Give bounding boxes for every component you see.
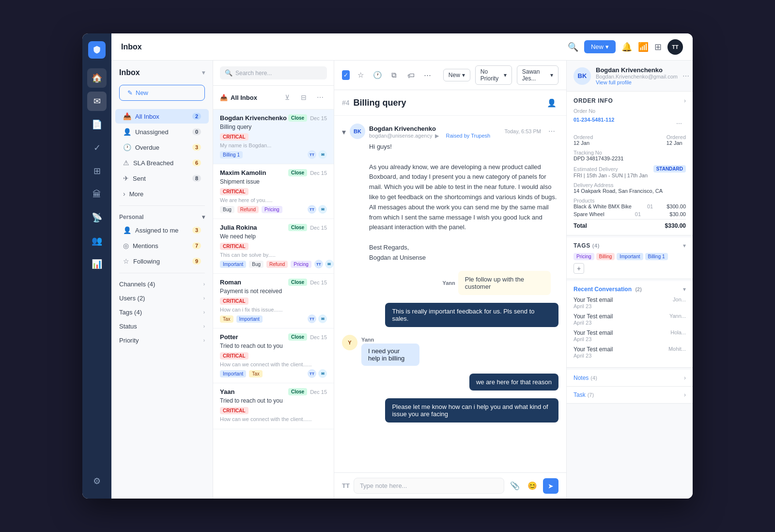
star-toolbar-icon[interactable]: ☆ (355, 68, 367, 82)
more-options-icon[interactable]: ⋯ (313, 91, 327, 104)
inbound-bubble: I need your help in billing (361, 344, 419, 366)
sidebar-users[interactable]: Users (2) › (111, 291, 213, 305)
notes-section[interactable]: Notes (4) › (567, 370, 693, 387)
copy-toolbar-icon[interactable]: ⧉ (388, 68, 400, 82)
conversation-item[interactable]: Potter Close Dec 15 Tried to reach out t… (213, 329, 334, 383)
outbound-note-row-2: we are here for that reason (342, 374, 558, 391)
sidebar-inbox-header: Inbox ▾ (111, 61, 213, 81)
chevron-right-icon: › (203, 296, 205, 301)
contact-more-icon[interactable]: ⋯ (682, 69, 689, 83)
clock-toolbar-icon[interactable]: 🕐 (372, 68, 384, 82)
notifications-icon[interactable]: 🔔 (621, 42, 632, 52)
avatar: TT (308, 205, 316, 214)
user-avatar[interactable]: TT (667, 39, 683, 55)
outbound-message-2: we are here for that reason (469, 374, 558, 391)
tags-header[interactable]: Tags (4) ▾ (574, 242, 686, 249)
priority-dropdown[interactable]: No Priority ▾ (475, 65, 512, 85)
sidebar-item-all-inbox[interactable]: 📥 All Inbox 2 (115, 109, 209, 124)
sidebar-tags[interactable]: Tags (4) › (111, 305, 213, 319)
task-section[interactable]: Task (7) › (567, 387, 693, 404)
app-logo[interactable] (88, 41, 106, 59)
send-button[interactable]: ➤ (543, 478, 558, 494)
recent-conv-header[interactable]: Recent Conversation (2) ▾ (574, 286, 686, 293)
assign-icon[interactable]: 👤 (545, 96, 558, 110)
sidebar-item-sent[interactable]: ✈ Sent 8 (115, 171, 209, 186)
contact-avatar: BK (574, 67, 591, 85)
mail-icon-small: ✉ (318, 205, 327, 214)
nav-users-icon[interactable]: 👥 (87, 231, 107, 250)
sidebar-channels[interactable]: Channels (4) › (111, 277, 213, 291)
tt-label: TT (342, 482, 350, 489)
sidebar-item-sla-breached[interactable]: ⚠ SLA Breached 6 (115, 156, 209, 170)
mentions-badge: 7 (192, 242, 201, 249)
chevron-right-icon: › (203, 324, 205, 329)
nav-inbox-icon[interactable]: ✉ (87, 92, 107, 111)
chat-input[interactable] (354, 478, 504, 494)
tag-toolbar-icon[interactable]: 🏷 (405, 68, 417, 82)
nav-wifi-icon[interactable]: 📡 (87, 208, 107, 227)
sidebar-item-assigned-to-me[interactable]: 👤 Assigned to me 3 (115, 223, 209, 237)
inbound-bubble-row: Y Yann I need your help in billing (342, 335, 558, 366)
expand-icon[interactable]: ▾ (342, 127, 346, 137)
status-dropdown[interactable]: New ▾ (443, 69, 470, 81)
assigned-badge: 3 (192, 227, 201, 234)
sidebar-item-unassigned[interactable]: 👤 Unassigned 0 (115, 125, 209, 139)
chevron-right-icon: › (684, 97, 686, 104)
recent-conv-item[interactable]: Your Test email April 23 Mohit... (574, 346, 686, 359)
conversation-item[interactable]: Yaan Close Dec 15 Tried to reach out to … (213, 383, 334, 429)
search-icon[interactable]: 🔍 (568, 42, 578, 52)
more-toolbar-icon[interactable]: ⋯ (421, 68, 434, 82)
recent-conv-item[interactable]: Your Test email April 23 Yann... (574, 313, 686, 326)
conversation-item[interactable]: Roman Close Dec 15 Payment is not receiv… (213, 274, 334, 329)
message-more-icon[interactable]: ⋯ (545, 125, 558, 138)
recent-conversations-section: Recent Conversation (2) ▾ Your Test emai… (567, 281, 693, 368)
sidebar-priority[interactable]: Priority › (111, 333, 213, 347)
sidebar-status[interactable]: Status › (111, 319, 213, 333)
sort-icon[interactable]: ⊟ (297, 91, 310, 104)
nav-settings-icon[interactable]: ⚙ (87, 471, 107, 491)
chevron-down-icon: ▾ (202, 69, 205, 76)
wifi-icon[interactable]: 📶 (638, 42, 649, 52)
nav-analytics-icon[interactable]: 📊 (87, 254, 107, 274)
mention-icon: ◎ (123, 242, 129, 250)
nav-docs-icon[interactable]: 📄 (87, 115, 107, 134)
order-info-header[interactable]: ORDER INFO › (574, 97, 686, 104)
conv-list-header: 🔍 Search here... (213, 61, 334, 86)
order-more-icon[interactable]: ⋯ (672, 117, 686, 130)
sent-icon: ✈ (123, 174, 129, 182)
view-profile-link[interactable]: View full profile (596, 79, 678, 85)
filter-icon[interactable]: ⊻ (280, 91, 294, 104)
grid-icon[interactable]: ⊞ (654, 42, 662, 52)
sidebar-item-mentions[interactable]: ◎ Mentions 7 (115, 238, 209, 253)
sidebar-item-more[interactable]: › More (115, 187, 209, 201)
sidebar-item-following[interactable]: ☆ Following 9 (115, 254, 209, 268)
chevron-down-icon: ▾ (683, 242, 686, 249)
outbound-message-3: Please let me know how can i help you an… (385, 398, 558, 422)
agent-dropdown[interactable]: Sawan Jes... ▾ (517, 65, 558, 85)
emoji-icon[interactable]: 😊 (526, 479, 539, 493)
add-tag-button[interactable]: + (574, 263, 584, 274)
nav-layers-icon[interactable]: ⊞ (87, 161, 107, 181)
nav-home-icon[interactable]: 🏠 (87, 68, 107, 88)
conversation-item[interactable]: Maxim Kamolin Close Dec 15 Shipment issu… (213, 164, 334, 219)
new-conversation-button[interactable]: ✎ New (119, 85, 205, 101)
recent-conv-item[interactable]: Your Test email April 23 Jon... (574, 297, 686, 309)
recent-conv-item[interactable]: Your Test email April 23 Hola... (574, 329, 686, 342)
message-body: Hi guys! As you already know, we are dev… (369, 142, 558, 263)
note-row: Yann Ple follow up with the customer (342, 271, 558, 295)
sidebar-divider-2 (119, 273, 205, 273)
attach-icon[interactable]: 📎 (508, 479, 522, 493)
chevron-right-icon: › (203, 338, 205, 343)
conversation-item[interactable]: Bogdan Krivenchenko Close Dec 15 Billing… (213, 110, 334, 164)
topbar-new-button[interactable]: New ▾ (584, 40, 616, 53)
mail-icon-small: ✉ (318, 369, 327, 378)
nav-bank-icon[interactable]: 🏛 (87, 185, 107, 204)
search-box[interactable]: 🔍 Search here... (220, 66, 327, 79)
all-inbox-badge: 2 (192, 113, 201, 120)
select-all-checkbox[interactable]: ✓ (342, 70, 350, 80)
conversation-item[interactable]: Julia Rokina Close Dec 15 We need help C… (213, 219, 334, 274)
avatar: TT (308, 314, 316, 323)
sidebar-item-overdue[interactable]: 🕐 Overdue 3 (115, 140, 209, 155)
warning-icon: ⚠ (123, 159, 129, 167)
nav-tasks-icon[interactable]: ✓ (87, 138, 107, 157)
